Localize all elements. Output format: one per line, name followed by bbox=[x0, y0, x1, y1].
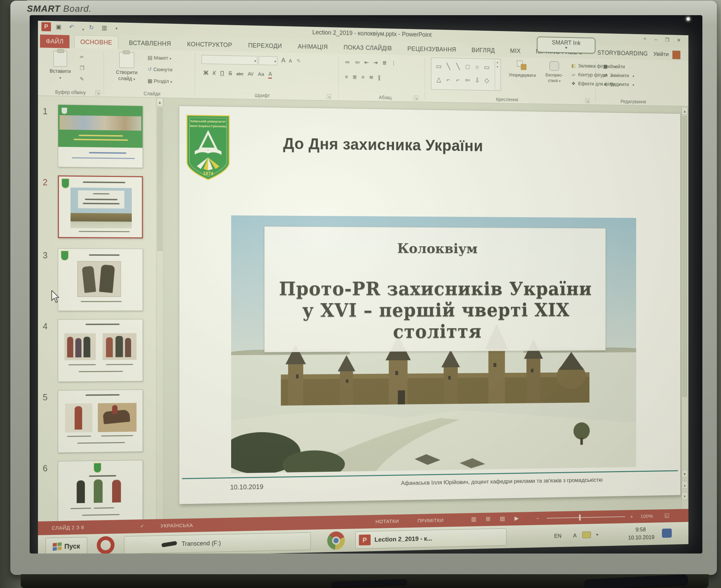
zoom-in-icon[interactable]: + bbox=[630, 514, 633, 519]
shape-diamond-icon[interactable]: ◇ bbox=[482, 77, 492, 84]
replace-button[interactable]: ⇄Замінити ▾ bbox=[602, 72, 638, 78]
font-dialog-launcher-icon[interactable]: ↘ bbox=[327, 94, 331, 99]
zoom-slider-handle[interactable] bbox=[579, 515, 581, 520]
account-avatar[interactable] bbox=[672, 51, 680, 59]
shape-roundrect-icon[interactable]: ▭ bbox=[482, 64, 492, 70]
scroll-handle[interactable] bbox=[683, 116, 687, 397]
zoom-out-icon[interactable]: − bbox=[536, 515, 539, 521]
character-spacing-button[interactable]: AV bbox=[248, 71, 254, 77]
tray-clock[interactable]: 9:58 bbox=[635, 526, 646, 533]
tab-insert[interactable]: ВСТАВЛЕННЯ bbox=[123, 36, 177, 50]
tab-slideshow[interactable]: ПОКАЗ СЛАЙДІВ bbox=[338, 41, 397, 55]
previous-slide-icon[interactable]: ▴ bbox=[682, 481, 688, 489]
explorer-task-transcend[interactable]: Transcend (F:) bbox=[124, 532, 311, 554]
shape-triangle-icon[interactable]: △ bbox=[434, 76, 444, 83]
shapes-scroll-up-icon[interactable]: ▴ bbox=[497, 60, 498, 64]
shape-oval-icon[interactable]: ○ bbox=[472, 64, 482, 70]
sign-in-link[interactable]: Увійти bbox=[653, 51, 669, 58]
slide-thumbnail-6[interactable] bbox=[58, 460, 143, 521]
shape-block-arrow-left-icon[interactable]: ⇦ bbox=[463, 77, 473, 83]
undo-icon[interactable]: ↶ bbox=[67, 23, 77, 32]
minimize-icon[interactable]: − bbox=[651, 36, 661, 44]
italic-button[interactable]: К bbox=[213, 70, 216, 76]
bold-button[interactable]: Ж bbox=[204, 70, 208, 76]
line-spacing-icon[interactable]: ≣ bbox=[382, 60, 387, 66]
layout-button[interactable]: ▤ Макет ▾ bbox=[148, 54, 171, 61]
qat-customize-icon[interactable]: ▾ bbox=[112, 24, 121, 33]
shape-square-icon[interactable]: □ bbox=[463, 63, 473, 70]
smart-ink-button[interactable]: SMART Ink ▼ bbox=[537, 37, 595, 54]
find-button[interactable]: ▦Знайти bbox=[602, 63, 638, 69]
tab-home[interactable]: ОСНОВНЕ bbox=[74, 35, 118, 49]
slide-author[interactable]: Афанасьєв Ілля Юрійович, доцент кафедри … bbox=[358, 476, 644, 487]
tab-design[interactable]: КОНСТРУКТОР bbox=[181, 38, 238, 52]
comments-toggle[interactable]: ПРИМІТКИ bbox=[417, 517, 443, 524]
start-button[interactable]: Пуск bbox=[46, 537, 87, 554]
shape-elbow2-icon[interactable]: ⌐ bbox=[453, 77, 463, 83]
columns-icon[interactable]: ∥ bbox=[378, 74, 381, 81]
tab-view[interactable]: ВИГЛЯД bbox=[466, 43, 500, 57]
reset-button[interactable]: ↺ Скинути bbox=[148, 66, 172, 72]
tray-language[interactable]: EN bbox=[554, 533, 562, 540]
powerpoint-task-button[interactable]: P Lection 2_2019 - к... bbox=[355, 528, 506, 549]
quick-styles-button[interactable]: Експрес-стилі ▾ bbox=[541, 60, 568, 84]
text-direction-icon[interactable]: ⋮ bbox=[391, 60, 396, 66]
drawing-dialog-launcher-icon[interactable]: ↘ bbox=[585, 98, 590, 103]
select-button[interactable]: ▸Виділити ▾ bbox=[602, 81, 638, 87]
slide-thumbnail-5[interactable] bbox=[58, 389, 143, 453]
format-painter-icon[interactable]: ✎ bbox=[80, 76, 84, 82]
shapes-scroll[interactable]: ▴ ▾ bbox=[495, 60, 500, 90]
grow-font-icon[interactable]: А bbox=[281, 57, 285, 63]
next-slide-icon[interactable]: ▾ bbox=[682, 492, 688, 500]
shadow-button[interactable]: S bbox=[228, 70, 232, 77]
zoom-level[interactable]: 100% bbox=[641, 513, 653, 519]
font-color-button[interactable]: А bbox=[268, 71, 272, 79]
slide-date[interactable]: 10.10.2019 bbox=[230, 483, 263, 491]
tab-mix[interactable]: MIX bbox=[505, 44, 526, 58]
slide-title-box[interactable]: Колоквіум Прото-PR захисників України у … bbox=[264, 227, 606, 352]
tab-file[interactable]: ФАЙЛ bbox=[40, 34, 69, 48]
zoom-slider-track[interactable] bbox=[547, 516, 625, 518]
justify-icon[interactable]: ≋ bbox=[369, 74, 374, 81]
align-right-icon[interactable]: ≡ bbox=[362, 74, 365, 80]
strikethrough-button[interactable]: abc bbox=[236, 71, 243, 77]
tab-storyboarding[interactable]: STORYBOARDING bbox=[592, 46, 653, 60]
close-icon[interactable]: ✕ bbox=[674, 36, 684, 44]
font-size-input[interactable]: ▾ bbox=[259, 56, 277, 66]
scroll-up-icon[interactable]: ▲ bbox=[682, 107, 688, 115]
decrease-indent-icon[interactable]: ⇤ bbox=[364, 59, 369, 66]
view-sorter-icon[interactable]: ⊞ bbox=[483, 515, 493, 522]
shapes-scroll-down-icon[interactable]: ▾ bbox=[497, 65, 498, 69]
tab-animations[interactable]: АНІМАЦІЯ bbox=[292, 40, 333, 54]
underline-button[interactable]: П bbox=[220, 70, 224, 77]
chrome-icon[interactable] bbox=[327, 531, 345, 550]
bullets-icon[interactable]: ≔ bbox=[345, 59, 350, 66]
shapes-gallery[interactable]: ▭╲╲□○▭ △⌐⌐⇦⇩◇ ▴ ▾ bbox=[431, 58, 501, 91]
tab-transitions[interactable]: ПЕРЕХОДИ bbox=[243, 39, 288, 53]
redo-icon[interactable]: ↻ bbox=[87, 23, 96, 32]
editor-scrollbar[interactable]: ▲ ▼ ▴ ▾ bbox=[681, 106, 688, 509]
slide-thumbnail-1[interactable] bbox=[58, 104, 143, 168]
spellcheck-icon[interactable]: ✓ bbox=[140, 523, 144, 529]
slide-thumbnail-2-selected[interactable] bbox=[58, 176, 143, 239]
cut-icon[interactable]: ✂ bbox=[80, 54, 84, 60]
shape-line-icon[interactable]: ╲ bbox=[444, 63, 453, 70]
shape-rect-icon[interactable]: ▭ bbox=[434, 63, 444, 69]
slide-header-title[interactable]: До Дня захисника України bbox=[239, 133, 525, 156]
keyboard-tray-icon[interactable] bbox=[582, 531, 591, 538]
arrange-button[interactable]: Упорядкувати bbox=[505, 60, 540, 79]
slide-thumbnail-3[interactable] bbox=[58, 248, 143, 311]
castle-photo[interactable]: Колоквіум Прото-PR захисників України у … bbox=[231, 216, 636, 474]
shape-block-arrow-down-icon[interactable]: ⇩ bbox=[472, 77, 482, 83]
shape-arrow-icon[interactable]: ╲ bbox=[453, 63, 463, 70]
clipboard-dialog-launcher-icon[interactable]: ↘ bbox=[96, 90, 100, 95]
align-center-icon[interactable]: ≣ bbox=[353, 74, 357, 80]
clear-formatting-icon[interactable]: ✎ bbox=[297, 58, 301, 63]
shape-elbow-icon[interactable]: ⌐ bbox=[444, 77, 453, 83]
paragraph-dialog-launcher-icon[interactable]: ↘ bbox=[414, 96, 418, 100]
smart-software-tray-icon[interactable] bbox=[662, 528, 672, 538]
ribbon-options-icon[interactable]: ^ bbox=[640, 35, 650, 44]
section-button[interactable]: ▦ Розділ ▾ bbox=[148, 78, 172, 84]
font-name-input[interactable]: ▾ bbox=[201, 55, 257, 65]
increase-indent-icon[interactable]: ⇥ bbox=[373, 59, 378, 66]
